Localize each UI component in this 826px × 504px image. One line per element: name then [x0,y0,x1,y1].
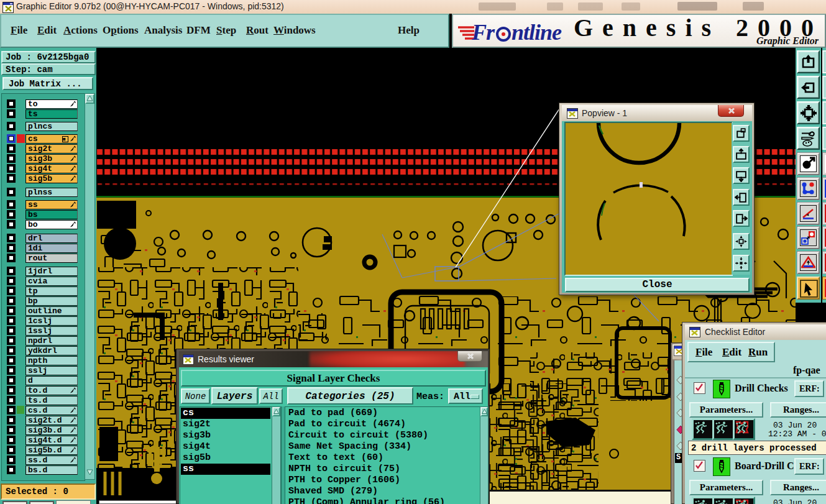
svg-text:Fr: Fr [472,20,495,45]
svg-text:ntline: ntline [512,20,562,45]
